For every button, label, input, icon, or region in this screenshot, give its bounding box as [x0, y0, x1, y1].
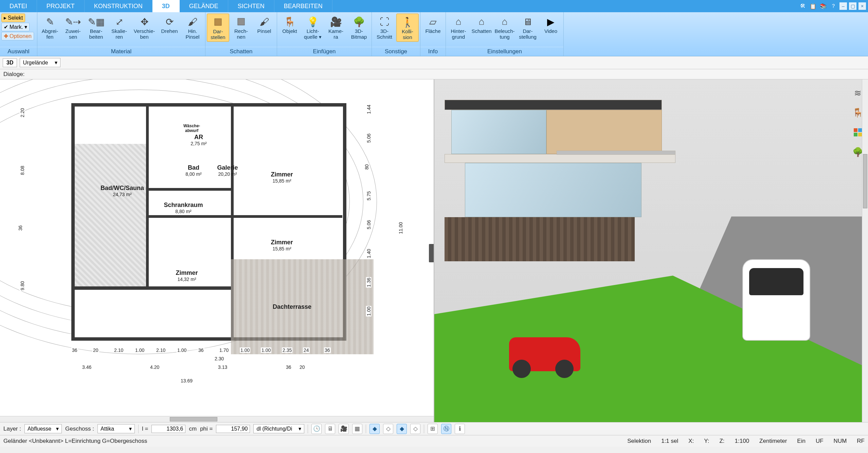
dimension-text: 1.70: [219, 347, 229, 353]
floorplan-canvas[interactable]: Bad/WC/Sauna24,73 m²Bad8,00 m²AR2,75 m²G…: [3, 83, 420, 412]
menu-projekt[interactable]: PROJEKT: [37, 0, 85, 12]
length-label: l =: [142, 426, 148, 432]
tool-objekt[interactable]: 🪑Objekt: [278, 14, 301, 36]
ribbon-group-material: ✎Abgrei- fen ✎⇢Zuwei- sen ✎▦Bear- beiten…: [37, 12, 205, 56]
dimension-text: 5.06: [366, 133, 372, 143]
3d-view-pane[interactable]: ≋ 🪑 🌳: [434, 79, 868, 422]
dimension-text: 4.20: [149, 364, 160, 370]
minimize-button[interactable]: –: [839, 2, 847, 10]
dimension-text: 36: [285, 364, 292, 370]
menu-sichten[interactable]: SICHTEN: [228, 0, 274, 12]
dimension-text: 20: [299, 364, 306, 370]
tool-3dschnitt[interactable]: ⛶3D- Schnitt: [373, 14, 396, 41]
layer-toggle-4[interactable]: ◇: [410, 424, 420, 434]
dimension-text: 2.30: [214, 356, 224, 361]
tool-skalieren[interactable]: ⤢Skalie- ren: [108, 14, 130, 41]
clipboard-icon[interactable]: 📋: [809, 2, 817, 10]
view-mode-bar: 3D Urgelände▾: [0, 56, 868, 69]
layer-combo[interactable]: Abfluesse▾: [24, 424, 62, 433]
select-button[interactable]: ▸ Selekt: [1, 14, 25, 22]
scrollbar-horizontal[interactable]: [0, 416, 434, 422]
tool-kollision[interactable]: 🚶Kolli- sion: [396, 14, 419, 42]
overlay-icon[interactable]: ▦: [352, 424, 362, 434]
layer-toggle-2[interactable]: ◇: [383, 424, 393, 434]
dimension-text: 1.36: [366, 277, 372, 287]
tool-video[interactable]: ▶Video: [540, 14, 562, 36]
tool-hinpinsel[interactable]: 🖌Hin. Pinsel: [181, 14, 204, 41]
ribbon: ▸ Selekt ✔ Mark. ▾ ✚ Optionen Auswahl ✎A…: [0, 12, 868, 56]
dimension-text: 1.00: [240, 347, 250, 353]
status-scale: 1:100: [735, 438, 749, 445]
scrollbar-vertical[interactable]: [862, 79, 868, 422]
dimension-text: 80: [364, 164, 369, 170]
bottom-toolbar: Layer : Abfluesse▾ Geschoss : Attika▾ l …: [0, 422, 868, 435]
menu-datei[interactable]: DATEI: [0, 0, 37, 12]
view-mode-badge[interactable]: 3D: [3, 58, 17, 67]
svg-rect-4: [854, 133, 857, 136]
dl-combo[interactable]: dl (Richtung/Di▾: [253, 424, 304, 433]
dialog-bar: Dialoge:: [0, 69, 868, 79]
tool-beleuchtung[interactable]: ⌂Beleuch- tung: [493, 14, 516, 41]
dimension-text: 36: [18, 225, 23, 231]
3d-canvas[interactable]: [434, 79, 868, 422]
tool-darstellung[interactable]: 🖥Dar- stellung: [517, 14, 539, 41]
status-x: X:: [688, 438, 694, 445]
info-icon[interactable]: ℹ: [455, 424, 465, 434]
tool-hintergrund[interactable]: ⌂Hinter- grund: [447, 14, 470, 41]
ribbon-group-label: Sonstige: [372, 47, 420, 56]
dimension-text: 5.06: [366, 219, 372, 230]
ribbon-group-label: Einstellungen: [446, 47, 563, 56]
tool-darstellen[interactable]: Dar- stellen: [207, 14, 229, 42]
maximize-button[interactable]: ▢: [849, 2, 856, 10]
svg-rect-5: [858, 133, 862, 136]
geschoss-combo[interactable]: Attika▾: [97, 424, 135, 433]
phi-input[interactable]: [216, 425, 250, 433]
tool-schatten-settings[interactable]: ⌂Schatten: [470, 14, 493, 36]
tool-bearbeiten[interactable]: ✎▦Bear- beiten: [85, 14, 107, 41]
dimension-text: 11.00: [398, 221, 403, 234]
room-label: Zimmer15,85 m²: [255, 171, 309, 184]
status-selektion: Selektion: [627, 438, 651, 445]
length-input[interactable]: [151, 425, 185, 433]
room-label: Dachterrasse: [261, 303, 323, 310]
room-label: Zimmer15,85 m²: [255, 239, 309, 251]
terrain-combo[interactable]: Urgelände▾: [20, 58, 60, 67]
status-num: NUM: [834, 438, 847, 445]
layer-toggle-3[interactable]: ◆: [397, 424, 407, 434]
menu-konstruktion[interactable]: KONSTRUKTION: [85, 0, 152, 12]
tool-3dbitmap[interactable]: 🌳3D- Bitmap: [348, 14, 370, 41]
pane-splitter[interactable]: [429, 244, 434, 262]
floorplan-pane[interactable]: Bad/WC/Sauna24,73 m²Bad8,00 m²AR2,75 m²G…: [0, 79, 434, 422]
clock-icon[interactable]: 🕓: [311, 424, 322, 434]
tool-verschieben[interactable]: ✥Verschie- ben: [131, 14, 158, 41]
tool-rechnen[interactable]: Rech- nen: [230, 14, 252, 41]
menu-3d[interactable]: 3D: [152, 0, 180, 12]
tool-zuweisen[interactable]: ✎⇢Zuwei- sen: [62, 14, 84, 41]
camera-icon[interactable]: 🎥: [339, 424, 349, 434]
car-object: [742, 259, 810, 341]
tools-icon[interactable]: 🛠: [799, 2, 807, 10]
close-button[interactable]: ×: [858, 2, 866, 10]
tool-drehen[interactable]: ⟳Drehen: [158, 14, 181, 36]
status-rf: RF: [857, 438, 865, 445]
north-icon[interactable]: Ⓝ: [441, 424, 451, 434]
mark-button[interactable]: ✔ Mark. ▾: [1, 23, 30, 31]
grid-icon[interactable]: ⊞: [428, 424, 438, 434]
options-button[interactable]: ✚ Optionen: [1, 32, 34, 40]
tool-pinsel[interactable]: 🖌Pinsel: [253, 14, 275, 36]
monitor-icon[interactable]: 🖥: [325, 424, 335, 434]
menu-gelaende[interactable]: GELÄNDE: [180, 0, 228, 12]
help-icon[interactable]: ？: [829, 2, 837, 10]
tool-kamera[interactable]: 🎥Kame- ra: [325, 14, 347, 41]
layer-toggle-1[interactable]: ◆: [369, 424, 380, 434]
dimension-text: 8.08: [20, 165, 25, 175]
house-3d: [445, 100, 675, 276]
tool-lichtquelle[interactable]: 💡Licht- quelle ▾: [302, 14, 324, 41]
tool-abgreifen[interactable]: ✎Abgrei- fen: [39, 14, 61, 41]
dimension-text: 3.13: [217, 364, 228, 370]
library-icon[interactable]: 📚: [819, 2, 827, 10]
ribbon-group-label: Info: [420, 47, 446, 56]
menu-bearbeiten[interactable]: BEARBEITEN: [274, 0, 332, 12]
tool-flaeche[interactable]: ▱Fläche: [422, 14, 444, 36]
dimension-text: 1.44: [366, 104, 372, 114]
